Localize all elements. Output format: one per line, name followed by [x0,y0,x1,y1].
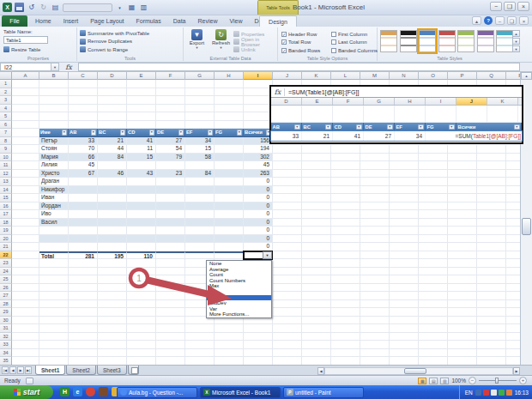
start-button[interactable]: start [0,385,53,399]
cell-O17[interactable] [419,210,448,219]
cell-L32[interactable] [331,333,360,342]
cell-C21[interactable] [69,243,98,251]
cell-N17[interactable] [390,210,419,219]
cell-H14[interactable] [215,186,244,195]
cell-I3[interactable] [244,96,273,105]
cell-C20[interactable] [69,235,98,244]
cell-I10[interactable]: 302 [244,154,273,162]
cell-O24[interactable] [419,268,448,276]
cell-O16[interactable] [419,203,448,211]
cell-B28[interactable] [39,300,69,309]
cell-N19[interactable] [390,227,419,235]
cell-N20[interactable] [390,235,419,244]
cell-A17[interactable] [12,210,39,219]
cell-D34[interactable] [98,349,127,358]
cell-Q18[interactable] [477,219,506,227]
cell-G14[interactable] [185,186,215,195]
cell-A32[interactable] [12,333,39,342]
cell-G33[interactable] [185,341,215,349]
cell-P32[interactable] [448,333,477,342]
cell-J33[interactable] [273,341,302,349]
cell-P24[interactable] [448,268,477,276]
cell-Q15[interactable] [477,194,506,203]
cell-B29[interactable] [39,308,69,317]
filter-icon[interactable]: ▼ [120,130,126,136]
cell-C1[interactable] [69,80,98,88]
cell-P14[interactable] [448,186,477,195]
table-name-input[interactable]: Table1 [3,36,48,44]
cell-A20[interactable] [12,235,39,244]
cell-H3[interactable] [215,96,244,105]
table-style-green[interactable] [457,30,475,52]
cell-J17[interactable] [273,210,302,219]
cell-N21[interactable] [390,243,419,251]
cell-R14[interactable] [506,186,520,195]
cell-B15[interactable]: Иван [39,194,69,203]
cell-I6[interactable] [244,121,273,130]
cell-D20[interactable] [98,235,127,244]
cell-K12[interactable] [302,170,331,178]
save-icon[interactable] [15,3,24,12]
cell-A4[interactable] [12,105,39,113]
cell-H10[interactable] [215,154,244,162]
cell-M22[interactable] [360,251,390,260]
cell-J31[interactable] [273,324,302,333]
cell-K33[interactable] [302,341,331,349]
column-header-E[interactable]: E [127,72,156,80]
row-header-4[interactable]: 4 [0,105,12,113]
cell-O25[interactable] [419,275,448,284]
cell-L24[interactable] [331,268,360,276]
cell-K29[interactable] [302,308,331,317]
cell-K31[interactable] [302,324,331,333]
cell-F30[interactable] [156,317,185,325]
cell-H35[interactable] [215,357,244,365]
cell-E19[interactable] [127,227,156,235]
cell-D14[interactable] [98,186,127,195]
cell-H12[interactable] [215,170,244,178]
filter-icon[interactable]: ▼ [62,130,68,136]
cell-R35[interactable] [506,357,520,365]
ie-icon[interactable]: e [73,387,82,396]
cell-D35[interactable] [98,357,127,365]
row-header-13[interactable]: 13 [0,178,12,186]
cell-J34[interactable] [273,349,302,358]
cell-G32[interactable] [185,333,215,342]
cell-M32[interactable] [360,333,390,342]
cell-O10[interactable] [419,154,448,162]
cell-I35[interactable] [244,357,273,365]
cell-E2[interactable] [127,88,156,97]
cell-D12[interactable]: 46 [98,170,127,178]
cell-B26[interactable] [39,284,69,293]
cell-O26[interactable] [419,284,448,293]
cell-N26[interactable] [390,284,419,293]
cell-A18[interactable] [12,219,39,227]
minimize-ribbon-icon[interactable]: ▴ [472,16,481,25]
cell-D3[interactable] [98,96,127,105]
name-box[interactable]: I22 [0,63,51,71]
cell-R34[interactable] [506,349,520,358]
cell-Q11[interactable] [477,161,506,170]
window-icon[interactable]: ▦ [127,3,136,12]
cell-C2[interactable] [69,88,98,97]
column-header-R[interactable]: R [506,72,520,80]
cell-A23[interactable] [12,259,39,268]
row-header-33[interactable]: 33 [0,341,12,349]
cell-C28[interactable] [69,300,98,309]
cell-L28[interactable] [331,300,360,309]
cell-F20[interactable] [156,235,185,244]
column-header-G[interactable]: G [185,72,215,80]
cell-J22[interactable] [273,251,302,260]
cell-A16[interactable] [12,203,39,211]
row-header-1[interactable]: 1 [0,80,12,88]
cell-Q17[interactable] [477,210,506,219]
cell-C19[interactable] [69,227,98,235]
cell-H5[interactable] [215,112,244,121]
cell-J13[interactable] [273,178,302,186]
cell-O32[interactable] [419,333,448,342]
cell-D18[interactable] [98,219,127,227]
cell-I14[interactable]: 0 [244,186,273,195]
cell-D21[interactable] [98,243,127,251]
cell-M17[interactable] [360,210,390,219]
cell-R29[interactable] [506,308,520,317]
cell-I15[interactable]: 0 [244,194,273,203]
